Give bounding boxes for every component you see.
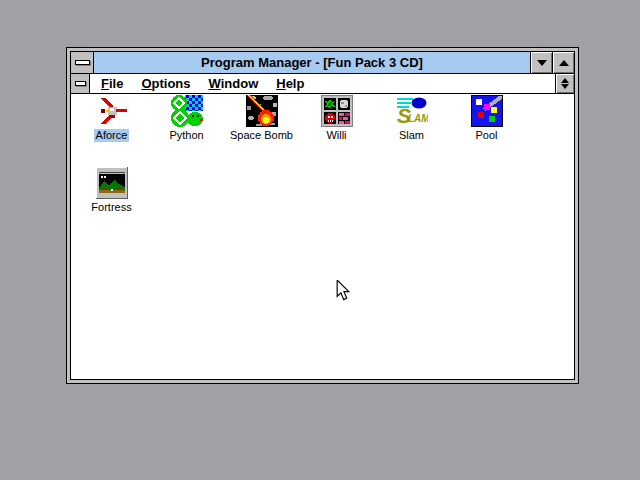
program-icon-fortress[interactable]: Fortress: [74, 166, 149, 238]
aforce-icon: [96, 95, 128, 127]
program-icon-python[interactable]: Python: [149, 94, 224, 166]
title-bar[interactable]: Program Manager - [Fun Pack 3 CD]: [71, 52, 574, 74]
icon-label-space-bomb: Space Bomb: [228, 129, 295, 142]
menu-window[interactable]: Window: [200, 76, 268, 91]
python-icon: [171, 95, 203, 127]
system-menu-button[interactable]: [71, 52, 94, 73]
minimize-button[interactable]: [530, 52, 552, 73]
program-icon-slam[interactable]: S LAM! Slam: [374, 94, 449, 166]
maximize-arrow-icon: [559, 60, 569, 66]
menu-help[interactable]: Help: [267, 76, 313, 91]
program-icon-willi[interactable]: Willi: [299, 94, 374, 166]
group-window-content: Aforce: [71, 94, 574, 379]
fortress-icon: [96, 167, 128, 199]
program-icon-aforce[interactable]: Aforce: [74, 94, 149, 166]
menu-bar: File Options Window Help: [71, 74, 574, 94]
minimize-arrow-icon: [537, 60, 547, 66]
desktop: { "window": { "title": "Program Manager …: [0, 0, 640, 480]
system-menu-dash-icon: [75, 60, 90, 65]
maximize-button[interactable]: [552, 52, 574, 73]
menu-items: File Options Window Help: [90, 74, 313, 93]
icon-label-fortress: Fortress: [89, 201, 133, 214]
program-icon-pool[interactable]: Pool: [449, 94, 524, 166]
slam-icon: S LAM!: [396, 95, 428, 127]
icon-row-2: Fortress: [74, 166, 574, 238]
space-bomb-icon: [246, 95, 278, 127]
svg-text:LAM!: LAM!: [408, 113, 428, 124]
icon-row-1: Aforce: [74, 94, 574, 166]
icon-label-aforce: Aforce: [94, 129, 130, 142]
menu-file[interactable]: File: [92, 76, 132, 91]
willi-icon: [321, 95, 353, 127]
restore-up-arrow-icon: [561, 78, 569, 83]
child-system-menu-button[interactable]: [71, 74, 90, 93]
program-manager-window: Program Manager - [Fun Pack 3 CD] File O…: [66, 47, 579, 384]
icon-label-willi: Willi: [324, 129, 348, 142]
restore-down-arrow-icon: [561, 84, 569, 89]
program-icon-space-bomb[interactable]: Space Bomb: [224, 94, 299, 166]
window-title: Program Manager - [Fun Pack 3 CD]: [94, 52, 530, 73]
menu-bar-spacer: [313, 74, 555, 93]
icon-label-slam: Slam: [397, 129, 426, 142]
menu-options[interactable]: Options: [132, 76, 199, 91]
child-restore-button[interactable]: [555, 74, 574, 93]
window-inner: Program Manager - [Fun Pack 3 CD] File O…: [70, 51, 575, 380]
icon-label-pool: Pool: [473, 129, 499, 142]
child-system-menu-dash-icon: [75, 81, 86, 86]
pool-icon: [471, 95, 503, 127]
icon-label-python: Python: [167, 129, 205, 142]
